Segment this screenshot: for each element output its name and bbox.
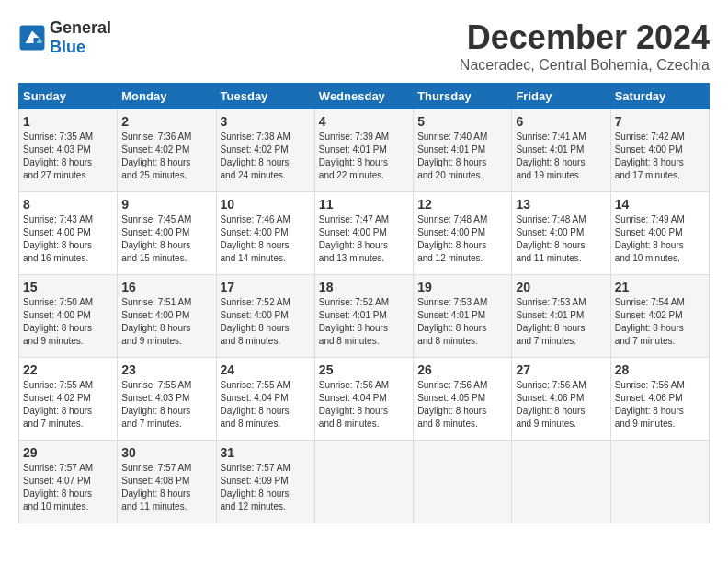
- header-friday: Friday: [512, 84, 610, 109]
- day-info: Sunrise: 7:53 AM Sunset: 4:01 PM Dayligh…: [516, 296, 606, 348]
- day-info: Sunrise: 7:57 AM Sunset: 4:09 PM Dayligh…: [221, 462, 311, 513]
- calendar-week-2: 8Sunrise: 7:43 AM Sunset: 4:00 PM Daylig…: [19, 192, 710, 275]
- calendar-cell: 26Sunrise: 7:56 AM Sunset: 4:05 PM Dayli…: [414, 358, 512, 441]
- day-number: 20: [516, 280, 606, 294]
- day-number: 23: [121, 362, 211, 377]
- day-number: 18: [319, 280, 409, 294]
- logo-icon: [18, 24, 46, 52]
- calendar-cell: [314, 441, 413, 523]
- day-info: Sunrise: 7:55 AM Sunset: 4:02 PM Dayligh…: [23, 379, 113, 431]
- day-number: 13: [516, 197, 606, 212]
- header-saturday: Saturday: [610, 84, 709, 109]
- calendar-cell: 9Sunrise: 7:45 AM Sunset: 4:00 PM Daylig…: [118, 192, 216, 275]
- day-info: Sunrise: 7:39 AM Sunset: 4:01 PM Dayligh…: [319, 131, 409, 182]
- calendar-cell: [512, 441, 610, 523]
- day-info: Sunrise: 7:57 AM Sunset: 4:07 PM Dayligh…: [23, 462, 113, 513]
- day-number: 25: [319, 362, 409, 377]
- calendar-cell: 25Sunrise: 7:56 AM Sunset: 4:04 PM Dayli…: [314, 358, 413, 441]
- calendar-week-1: 1Sunrise: 7:35 AM Sunset: 4:03 PM Daylig…: [19, 109, 710, 192]
- day-number: 2: [121, 114, 211, 129]
- calendar-week-5: 29Sunrise: 7:57 AM Sunset: 4:07 PM Dayli…: [19, 441, 710, 523]
- calendar-cell: 1Sunrise: 7:35 AM Sunset: 4:03 PM Daylig…: [19, 109, 118, 192]
- calendar-cell: 14Sunrise: 7:49 AM Sunset: 4:00 PM Dayli…: [610, 192, 709, 275]
- day-info: Sunrise: 7:47 AM Sunset: 4:00 PM Dayligh…: [319, 213, 409, 265]
- subtitle: Naceradec, Central Bohemia, Czechia: [460, 57, 710, 74]
- calendar-table: Sunday Monday Tuesday Wednesday Thursday…: [18, 83, 710, 523]
- header-row: Sunday Monday Tuesday Wednesday Thursday…: [19, 84, 710, 109]
- day-number: 8: [23, 197, 113, 212]
- day-info: Sunrise: 7:45 AM Sunset: 4:00 PM Dayligh…: [121, 213, 211, 265]
- calendar-cell: 19Sunrise: 7:53 AM Sunset: 4:01 PM Dayli…: [414, 275, 512, 358]
- calendar-cell: 2Sunrise: 7:36 AM Sunset: 4:02 PM Daylig…: [118, 109, 216, 192]
- main-title: December 2024: [460, 18, 710, 57]
- title-area: December 2024 Naceradec, Central Bohemia…: [460, 18, 710, 74]
- calendar-cell: 16Sunrise: 7:51 AM Sunset: 4:00 PM Dayli…: [118, 275, 216, 358]
- day-number: 16: [121, 280, 211, 294]
- day-number: 26: [417, 362, 507, 377]
- day-number: 6: [516, 114, 606, 129]
- day-number: 12: [417, 197, 507, 212]
- logo: General Blue: [18, 18, 111, 57]
- day-number: 5: [417, 114, 507, 129]
- logo-blue: Blue: [50, 38, 85, 56]
- calendar-cell: 22Sunrise: 7:55 AM Sunset: 4:02 PM Dayli…: [19, 358, 118, 441]
- logo-general: General: [50, 18, 111, 37]
- calendar-cell: 23Sunrise: 7:55 AM Sunset: 4:03 PM Dayli…: [118, 358, 216, 441]
- day-info: Sunrise: 7:46 AM Sunset: 4:00 PM Dayligh…: [221, 213, 311, 265]
- day-info: Sunrise: 7:53 AM Sunset: 4:01 PM Dayligh…: [417, 296, 507, 348]
- day-info: Sunrise: 7:52 AM Sunset: 4:00 PM Dayligh…: [221, 296, 311, 348]
- calendar-cell: 3Sunrise: 7:38 AM Sunset: 4:02 PM Daylig…: [216, 109, 314, 192]
- day-number: 3: [221, 114, 311, 129]
- header-tuesday: Tuesday: [216, 84, 314, 109]
- calendar-header: Sunday Monday Tuesday Wednesday Thursday…: [19, 84, 710, 109]
- day-info: Sunrise: 7:56 AM Sunset: 4:06 PM Dayligh…: [615, 379, 705, 431]
- day-number: 14: [615, 197, 705, 212]
- day-number: 19: [417, 280, 507, 294]
- calendar-cell: 7Sunrise: 7:42 AM Sunset: 4:00 PM Daylig…: [610, 109, 709, 192]
- calendar-cell: 31Sunrise: 7:57 AM Sunset: 4:09 PM Dayli…: [216, 441, 314, 523]
- page-header: General Blue December 2024 Naceradec, Ce…: [18, 18, 710, 74]
- calendar-cell: 20Sunrise: 7:53 AM Sunset: 4:01 PM Dayli…: [512, 275, 610, 358]
- calendar-cell: 4Sunrise: 7:39 AM Sunset: 4:01 PM Daylig…: [314, 109, 413, 192]
- calendar-cell: 10Sunrise: 7:46 AM Sunset: 4:00 PM Dayli…: [216, 192, 314, 275]
- day-info: Sunrise: 7:56 AM Sunset: 4:06 PM Dayligh…: [516, 379, 606, 431]
- day-number: 21: [615, 280, 705, 294]
- header-sunday: Sunday: [19, 84, 118, 109]
- day-number: 11: [319, 197, 409, 212]
- calendar-cell: 29Sunrise: 7:57 AM Sunset: 4:07 PM Dayli…: [19, 441, 118, 523]
- day-number: 1: [23, 114, 113, 129]
- calendar-cell: 27Sunrise: 7:56 AM Sunset: 4:06 PM Dayli…: [512, 358, 610, 441]
- day-info: Sunrise: 7:49 AM Sunset: 4:00 PM Dayligh…: [615, 213, 705, 265]
- day-info: Sunrise: 7:36 AM Sunset: 4:02 PM Dayligh…: [121, 131, 211, 182]
- calendar-cell: 6Sunrise: 7:41 AM Sunset: 4:01 PM Daylig…: [512, 109, 610, 192]
- day-number: 15: [23, 280, 113, 294]
- day-info: Sunrise: 7:51 AM Sunset: 4:00 PM Dayligh…: [121, 296, 211, 348]
- calendar-cell: 18Sunrise: 7:52 AM Sunset: 4:01 PM Dayli…: [314, 275, 413, 358]
- day-number: 10: [221, 197, 311, 212]
- logo-text: General Blue: [50, 18, 111, 57]
- day-info: Sunrise: 7:55 AM Sunset: 4:03 PM Dayligh…: [121, 379, 211, 431]
- calendar-cell: 8Sunrise: 7:43 AM Sunset: 4:00 PM Daylig…: [19, 192, 118, 275]
- calendar-cell: 28Sunrise: 7:56 AM Sunset: 4:06 PM Dayli…: [610, 358, 709, 441]
- calendar-body: 1Sunrise: 7:35 AM Sunset: 4:03 PM Daylig…: [19, 109, 710, 523]
- header-wednesday: Wednesday: [314, 84, 413, 109]
- calendar-cell: 30Sunrise: 7:57 AM Sunset: 4:08 PM Dayli…: [118, 441, 216, 523]
- calendar-cell: 12Sunrise: 7:48 AM Sunset: 4:00 PM Dayli…: [414, 192, 512, 275]
- calendar-cell: 15Sunrise: 7:50 AM Sunset: 4:00 PM Dayli…: [19, 275, 118, 358]
- day-info: Sunrise: 7:35 AM Sunset: 4:03 PM Dayligh…: [23, 131, 113, 182]
- day-info: Sunrise: 7:56 AM Sunset: 4:04 PM Dayligh…: [319, 379, 409, 431]
- day-info: Sunrise: 7:50 AM Sunset: 4:00 PM Dayligh…: [23, 296, 113, 348]
- calendar-cell: 17Sunrise: 7:52 AM Sunset: 4:00 PM Dayli…: [216, 275, 314, 358]
- day-info: Sunrise: 7:48 AM Sunset: 4:00 PM Dayligh…: [516, 213, 606, 265]
- calendar-cell: 13Sunrise: 7:48 AM Sunset: 4:00 PM Dayli…: [512, 192, 610, 275]
- calendar-cell: 24Sunrise: 7:55 AM Sunset: 4:04 PM Dayli…: [216, 358, 314, 441]
- calendar-cell: 21Sunrise: 7:54 AM Sunset: 4:02 PM Dayli…: [610, 275, 709, 358]
- calendar-week-3: 15Sunrise: 7:50 AM Sunset: 4:00 PM Dayli…: [19, 275, 710, 358]
- day-info: Sunrise: 7:38 AM Sunset: 4:02 PM Dayligh…: [221, 131, 311, 182]
- day-info: Sunrise: 7:56 AM Sunset: 4:05 PM Dayligh…: [417, 379, 507, 431]
- day-number: 22: [23, 362, 113, 377]
- day-number: 24: [221, 362, 311, 377]
- day-number: 4: [319, 114, 409, 129]
- day-info: Sunrise: 7:41 AM Sunset: 4:01 PM Dayligh…: [516, 131, 606, 182]
- day-info: Sunrise: 7:55 AM Sunset: 4:04 PM Dayligh…: [221, 379, 311, 431]
